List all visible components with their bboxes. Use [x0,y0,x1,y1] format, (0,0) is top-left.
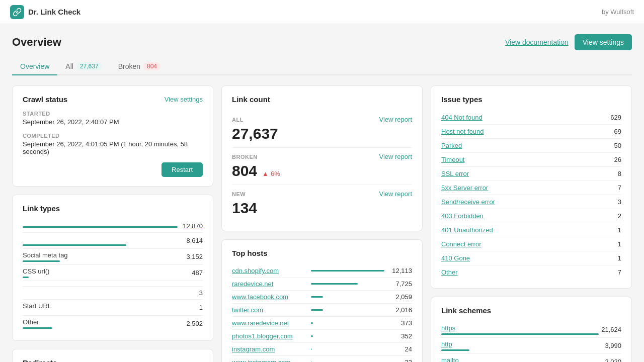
issue-row: Host not found 69 [441,125,621,139]
issue-name[interactable]: Host not found [441,128,606,135]
link-type-bar [23,260,60,262]
host-count: 2,059 [389,293,412,301]
view-settings-button[interactable]: View settings [575,34,632,50]
host-name[interactable]: instagram.com [232,345,306,353]
issue-name[interactable]: 410 Gone [441,254,606,262]
issue-row: Connect error 1 [441,237,621,251]
issue-row: 410 Gone 1 [441,251,621,265]
link-types-title: Link types [23,204,60,213]
logo-svg [13,8,22,17]
issue-name[interactable]: Connect error [441,240,606,248]
issue-row: Send/receive error 3 [441,195,621,209]
issue-count: 50 [606,142,621,149]
link-type-bar [23,226,178,228]
link-type-count: 2,502 [178,320,203,327]
page-actions: View documentation View settings [505,34,632,50]
issue-row: Parked 50 [441,139,621,153]
link-type-bar [23,327,52,329]
link-type-name: Start URL [23,302,178,310]
tab-broken[interactable]: Broken 804 [110,58,169,75]
issue-row: 401 Unauthorized 1 [441,223,621,237]
tab-broken-badge: 804 [143,62,160,70]
host-bar [311,283,358,285]
all-label-row: ALL View report [232,116,412,123]
host-count: 12,113 [389,267,412,275]
app-name: Dr. Link Check [28,8,80,16]
all-view-report-link[interactable]: View report [379,116,412,123]
link-schemes-header: Link schemes [441,306,621,315]
broken-pct-value: 6% [271,170,280,177]
host-count: 352 [389,332,412,340]
issue-row: 404 Not found 629 [441,111,621,125]
issue-name[interactable]: Other [441,268,606,276]
broken-label: BROKEN [232,154,258,160]
issue-count: 8 [606,170,621,177]
link-types-list: 12,870 8,614 Social meta tag 3,152 CSS u… [23,220,203,331]
host-name[interactable]: cdn.shopify.com [232,267,306,275]
issue-count: 3 [606,198,621,206]
top-hosts-title: Top hosts [232,249,268,257]
issue-types-title: Issue types [441,95,482,104]
restart-button[interactable]: Restart [162,162,203,177]
host-name[interactable]: twitter.com [232,306,306,314]
crawl-status-settings-link[interactable]: View settings [165,96,203,103]
issue-count: 7 [606,268,621,276]
link-type-name [23,235,178,243]
link-type-name: CSS url() [23,267,178,275]
host-row: www.raredevice.net 373 [232,317,412,330]
link-type-name: Other [23,318,178,326]
link-type-row: Other 2,502 [23,316,203,331]
right-column: Issue types 404 Not found 629 Host not f… [431,85,632,362]
link-type-count: 487 [178,269,203,277]
middle-column: Link count ALL View report 27,637 BROKEN… [221,85,423,362]
issue-name[interactable]: Parked [441,142,606,149]
issue-types-header: Issue types [441,95,621,104]
broken-pct: ▲ 6% [262,170,280,177]
link-types-header: Link types [23,204,203,213]
scheme-count: 3,990 [599,342,621,349]
scheme-name[interactable]: https [441,324,455,332]
host-name[interactable]: www.raredevice.net [232,319,306,327]
view-documentation-button[interactable]: View documentation [505,38,569,46]
host-bar [311,309,324,311]
link-type-row: 8,614 [23,233,203,249]
link-type-bar [23,244,126,246]
all-value: 27,637 [232,125,412,142]
tab-overview-label: Overview [20,62,49,70]
host-count: 7,725 [389,280,412,288]
issue-row: Other 7 [441,265,621,279]
scheme-name[interactable]: mailto [441,356,459,362]
issue-name[interactable]: 401 Unauthorized [441,226,606,234]
link-type-bar [23,277,29,278]
issue-types-list: 404 Not found 629 Host not found 69 Park… [441,111,621,279]
new-view-report-link[interactable]: View report [379,190,412,198]
host-bar [311,335,313,337]
issue-name[interactable]: Timeout [441,156,606,163]
tab-all-label: All [65,62,73,70]
issue-name[interactable]: SSL error [441,170,606,177]
top-hosts-list: cdn.shopify.com 12,113 raredevice.net 7,… [232,264,412,362]
link-type-row: Start URL 1 [23,300,203,316]
scheme-name[interactable]: http [441,340,452,348]
scheme-bar [441,349,469,351]
host-bar [311,296,324,298]
host-name[interactable]: raredevice.net [232,280,306,288]
host-name[interactable]: www.facebook.com [232,293,306,301]
issue-name[interactable]: 403 Forbidden [441,212,606,220]
host-name[interactable]: www.instagram.com [232,358,306,362]
scheme-row: mailto 2,020 [441,354,621,362]
host-name[interactable]: photos1.blogger.com [232,332,306,340]
new-value: 134 [232,200,412,217]
issue-count: 1 [606,240,621,248]
scheme-bar [441,333,599,335]
tab-overview[interactable]: Overview [12,58,57,75]
tab-all[interactable]: All 27,637 [57,58,110,75]
link-type-row: CSS url() 487 [23,265,203,281]
issue-name[interactable]: 404 Not found [441,114,606,121]
broken-value: 804 [232,162,257,179]
issue-name[interactable]: 5xx Server error [441,184,606,192]
issue-name[interactable]: Send/receive error [441,198,606,206]
host-count: 2,016 [389,306,412,314]
started-label: STARTED [23,111,203,117]
broken-view-report-link[interactable]: View report [379,153,412,160]
